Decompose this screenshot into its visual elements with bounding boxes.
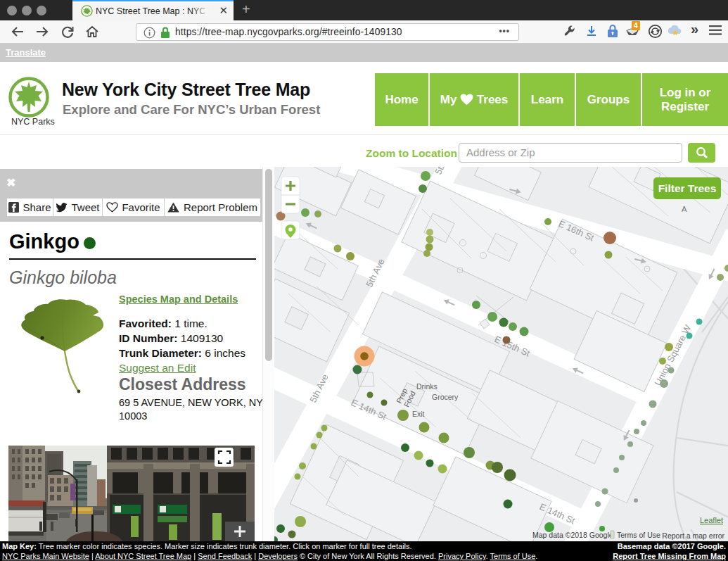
svg-text:Report a map error: Report a map error bbox=[662, 531, 724, 540]
svg-text:Drinks: Drinks bbox=[416, 382, 438, 391]
svg-text:Map data ©2018 Google: Map data ©2018 Google bbox=[532, 531, 613, 539]
svg-text:Grocery: Grocery bbox=[432, 393, 459, 401]
svg-text:Exit: Exit bbox=[412, 410, 425, 418]
svg-text:A: A bbox=[682, 205, 687, 213]
svg-text:Terms of Use: Terms of Use bbox=[617, 531, 660, 539]
svg-text:Filter Trees: Filter Trees bbox=[658, 182, 717, 194]
svg-text:Leaflet: Leaflet bbox=[700, 516, 723, 524]
